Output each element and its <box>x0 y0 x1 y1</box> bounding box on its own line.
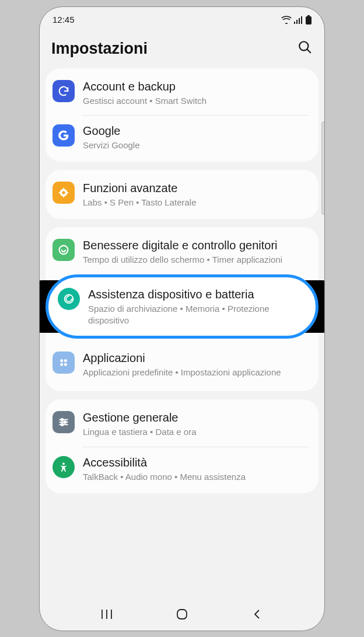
item-title: Applicazioni <box>83 350 309 366</box>
svg-rect-3 <box>301 16 302 24</box>
item-text: Google Servizi Google <box>83 123 309 151</box>
item-text: Funzioni avanzate Labs • S Pen • Tasto L… <box>83 180 309 208</box>
item-subtitle: Applicazioni predefinite • Impostazioni … <box>83 367 309 378</box>
item-title: Funzioni avanzate <box>83 180 309 196</box>
settings-list[interactable]: Account e backup Gestisci account • Smar… <box>40 68 324 601</box>
settings-item-account-backup[interactable]: Account e backup Gestisci account • Smar… <box>46 71 318 115</box>
item-subtitle: Labs • S Pen • Tasto Laterale <box>83 197 309 208</box>
wellbeing-icon <box>52 239 75 261</box>
item-title: Benessere digitale e controllo genitori <box>83 238 309 253</box>
recents-button[interactable] <box>95 603 118 626</box>
svg-rect-30 <box>177 610 187 619</box>
settings-item-advanced[interactable]: Funzioni avanzate Labs • S Pen • Tasto L… <box>46 172 318 217</box>
svg-rect-0 <box>294 22 295 24</box>
svg-point-17 <box>64 359 67 362</box>
item-subtitle: Servizi Google <box>83 140 309 151</box>
home-icon <box>175 607 189 621</box>
item-title: Google <box>83 123 309 138</box>
back-icon <box>251 608 263 620</box>
settings-item-accessibility[interactable]: Accessibilità TalkBack • Audio mono • Me… <box>46 447 318 491</box>
home-button[interactable] <box>170 603 194 626</box>
svg-rect-2 <box>299 18 300 24</box>
settings-item-wellbeing[interactable]: Benessere digitale e controllo genitori … <box>46 229 318 274</box>
highlighted-item-wrap: Assistenza dispositivo e batteria Spazio… <box>40 274 324 339</box>
svg-rect-12 <box>59 192 61 193</box>
settings-group: Funzioni avanzate Labs • S Pen • Tasto L… <box>46 170 318 219</box>
svg-point-21 <box>61 419 64 421</box>
settings-group: Benessere digitale e controllo genitori … <box>46 227 318 391</box>
svg-point-25 <box>61 424 64 426</box>
svg-point-14 <box>60 246 68 255</box>
item-title: Gestione generale <box>83 410 309 425</box>
back-button[interactable] <box>246 603 269 626</box>
svg-point-26 <box>62 462 65 465</box>
svg-point-16 <box>60 359 63 362</box>
settings-group: Gestione generale Lingua e tastiera • Da… <box>46 399 318 493</box>
backup-icon <box>52 80 75 102</box>
highlight-outline: Assistenza dispositivo e batteria Spazio… <box>46 274 318 339</box>
item-text: Benessere digitale e controllo genitori … <box>83 238 309 266</box>
svg-rect-11 <box>63 196 64 198</box>
item-title: Account e backup <box>83 79 309 94</box>
apps-icon <box>52 351 75 374</box>
settings-item-apps[interactable]: Applicazioni Applicazioni predefinite • … <box>46 342 318 387</box>
svg-rect-4 <box>307 15 310 16</box>
svg-rect-5 <box>306 16 312 25</box>
nav-bar <box>40 601 324 631</box>
settings-item-general[interactable]: Gestione generale Lingua e tastiera • Da… <box>46 402 318 446</box>
recents-icon <box>100 608 113 620</box>
device-care-icon <box>58 288 80 310</box>
accessibility-icon <box>52 456 75 478</box>
status-icons <box>281 15 312 25</box>
settings-group: Account e backup Gestisci account • Smar… <box>46 68 318 162</box>
item-title: Assistenza dispositivo e batteria <box>88 287 300 302</box>
item-subtitle: Lingua e tastiera • Data e ora <box>83 426 309 438</box>
wifi-icon <box>281 16 292 24</box>
item-subtitle: Spazio di archiviazione • Memoria • Prot… <box>88 303 300 327</box>
status-bar: 12:45 <box>40 9 324 30</box>
page-title: Impostazioni <box>51 40 148 58</box>
item-subtitle: Tempo di utilizzo dello schermo • Timer … <box>83 254 309 266</box>
svg-point-23 <box>64 421 66 423</box>
svg-rect-13 <box>67 192 69 193</box>
item-subtitle: TalkBack • Audio mono • Menu assistenza <box>83 471 309 483</box>
item-text: Gestione generale Lingua e tastiera • Da… <box>83 410 309 438</box>
advanced-icon <box>52 182 75 204</box>
google-icon <box>52 124 75 147</box>
scroll-indicator[interactable] <box>321 121 325 215</box>
phone-frame: 12:45 Impostazioni Account e backup Gest… <box>39 6 325 631</box>
svg-point-19 <box>64 363 67 366</box>
svg-line-7 <box>307 49 311 53</box>
svg-rect-1 <box>296 20 298 24</box>
settings-item-device-care[interactable]: Assistenza dispositivo e batteria Spazio… <box>51 279 313 335</box>
svg-point-9 <box>62 191 65 194</box>
item-text: Accessibilità TalkBack • Audio mono • Me… <box>83 455 309 483</box>
svg-point-6 <box>299 41 308 50</box>
battery-icon <box>306 15 312 25</box>
signal-icon <box>294 16 303 24</box>
page-header: Impostazioni <box>40 30 324 68</box>
search-button[interactable] <box>298 40 313 57</box>
svg-rect-10 <box>63 188 64 190</box>
item-title: Accessibilità <box>83 455 309 470</box>
item-subtitle: Gestisci account • Smart Switch <box>83 95 309 107</box>
svg-point-18 <box>60 363 63 366</box>
status-time: 12:45 <box>52 15 75 25</box>
item-text: Applicazioni Applicazioni predefinite • … <box>83 350 309 378</box>
settings-item-google[interactable]: Google Servizi Google <box>46 115 318 159</box>
search-icon <box>298 40 313 55</box>
item-text: Account e backup Gestisci account • Smar… <box>83 79 309 107</box>
item-text: Assistenza dispositivo e batteria Spazio… <box>88 287 300 327</box>
general-icon <box>52 411 75 433</box>
